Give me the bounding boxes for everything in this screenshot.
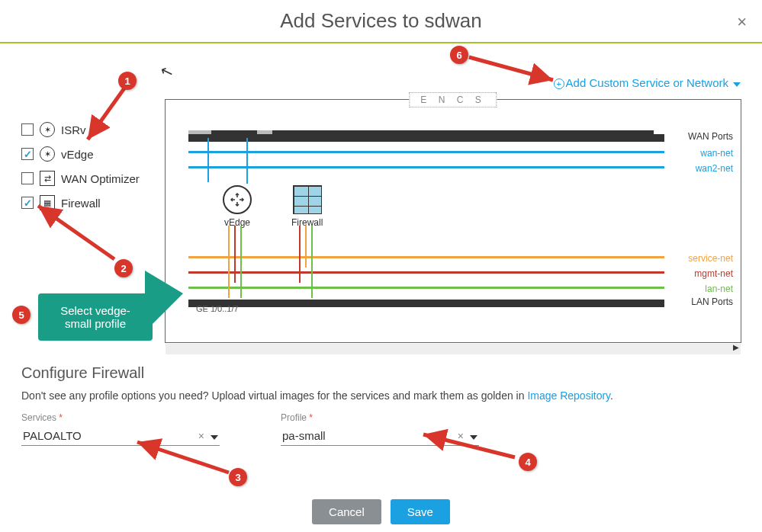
checkbox-wanopt[interactable] — [21, 172, 34, 184]
net-label: wan2-net — [696, 163, 733, 174]
checkbox-isrv[interactable] — [21, 123, 34, 136]
dialog-header: Add Services to sdwan × — [0, 0, 762, 43]
connector — [246, 138, 248, 184]
chassis-label: E N C S — [409, 92, 497, 107]
services-select[interactable]: PALOALTO × — [21, 426, 220, 446]
field-label: Services * — [21, 412, 220, 423]
router-icon: ✶ — [40, 146, 55, 162]
configure-heading: Configure Firewall — [21, 364, 741, 382]
annotation-marker-4: 4 — [519, 453, 537, 471]
service-item-isrv[interactable]: ✶ ISRv — [21, 122, 159, 137]
add-custom-service-link[interactable]: +Add Custom Service or Network — [554, 76, 741, 89]
wan-opt-icon: ⇄ — [40, 171, 55, 186]
net-line — [188, 300, 664, 307]
net-label: service-net — [688, 253, 733, 264]
connector — [234, 226, 236, 283]
connector — [299, 226, 301, 283]
net-label: LAN Ports — [691, 296, 733, 307]
service-item-firewall[interactable]: ▦ Firewall — [21, 195, 159, 210]
topology-diagram: E N C S WAN Portswan-netwan2-netservice-… — [165, 99, 741, 343]
add-custom-label: Add Custom Service or Network — [566, 76, 728, 89]
router-icon — [223, 185, 252, 214]
vnf-firewall[interactable]: Firewall — [291, 185, 323, 228]
chevron-down-icon[interactable] — [470, 429, 477, 442]
clear-icon[interactable]: × — [458, 430, 464, 442]
horizontal-scrollbar[interactable] — [166, 344, 741, 354]
checkbox-vedge[interactable] — [21, 148, 34, 160]
firewall-icon — [293, 185, 322, 214]
net-line — [188, 256, 664, 258]
profile-field: Profile * pa-small × — [281, 412, 479, 446]
profile-select[interactable]: pa-small × — [281, 426, 479, 446]
annotation-marker-3: 3 — [229, 468, 247, 486]
cancel-button[interactable]: Cancel — [312, 499, 381, 524]
field-value: PALOALTO — [23, 429, 82, 442]
save-button[interactable]: Save — [391, 499, 450, 524]
image-repository-link[interactable]: Image Repository — [527, 389, 610, 402]
plus-circle-icon: + — [554, 79, 564, 89]
callout-tooltip: Select vedge-small profile — [38, 293, 153, 341]
service-label: ISRv — [61, 123, 86, 136]
chevron-down-icon — [733, 82, 741, 87]
net-label: lan-net — [705, 284, 733, 294]
net-label: WAN Ports — [688, 131, 733, 142]
annotation-marker-5: 5 — [12, 306, 31, 324]
net-line — [188, 134, 664, 142]
svg-line-4 — [469, 57, 553, 80]
clear-icon[interactable]: × — [198, 430, 204, 442]
close-icon[interactable]: × — [737, 12, 747, 32]
cursor-icon: ↖ — [157, 61, 175, 82]
net-line — [188, 166, 664, 168]
annotation-marker-6: 6 — [450, 46, 468, 64]
help-post: . — [610, 389, 613, 402]
configure-section: Configure Firewall Don't see any profile… — [21, 364, 741, 446]
net-label: wan-net — [700, 148, 733, 159]
firewall-icon: ▦ — [40, 195, 55, 210]
net-line — [188, 151, 664, 153]
port-range-label: GE 1/0..1/7 — [196, 304, 239, 313]
chevron-down-icon[interactable] — [211, 429, 218, 442]
router-icon: ✶ — [40, 122, 55, 137]
annotation-marker-1: 1 — [118, 72, 137, 90]
connector — [311, 226, 313, 298]
net-label: mgmt-net — [694, 268, 733, 279]
service-list: ✶ ISRv ✶ vEdge ⇄ WAN Optimizer ▦ Firewal… — [21, 122, 159, 220]
vnf-label: Firewall — [291, 217, 323, 228]
connector — [305, 226, 307, 268]
annotation-marker-2: 2 — [114, 259, 133, 277]
svg-line-2 — [137, 442, 229, 473]
connector — [207, 138, 209, 182]
services-field: Services * PALOALTO × — [21, 412, 220, 446]
dialog-footer: Cancel Save — [0, 499, 762, 524]
field-value: pa-small — [282, 429, 326, 442]
service-label: vEdge — [61, 148, 94, 161]
service-item-vedge[interactable]: ✶ vEdge — [21, 146, 159, 162]
checkbox-firewall[interactable] — [21, 197, 34, 209]
service-label: WAN Optimizer — [61, 172, 140, 185]
service-label: Firewall — [61, 197, 101, 210]
service-item-wanopt[interactable]: ⇄ WAN Optimizer — [21, 171, 159, 186]
connector — [228, 226, 230, 298]
connector — [240, 226, 242, 298]
help-text: Don't see any profile options you need? … — [21, 389, 741, 402]
vnf-vedge[interactable]: vEdge — [223, 185, 252, 228]
field-label: Profile * — [281, 412, 479, 423]
net-line — [188, 271, 664, 274]
dialog-title: Add Services to sdwan — [0, 9, 762, 33]
help-pre: Don't see any profile options you need? … — [21, 389, 527, 402]
net-line — [188, 287, 664, 289]
